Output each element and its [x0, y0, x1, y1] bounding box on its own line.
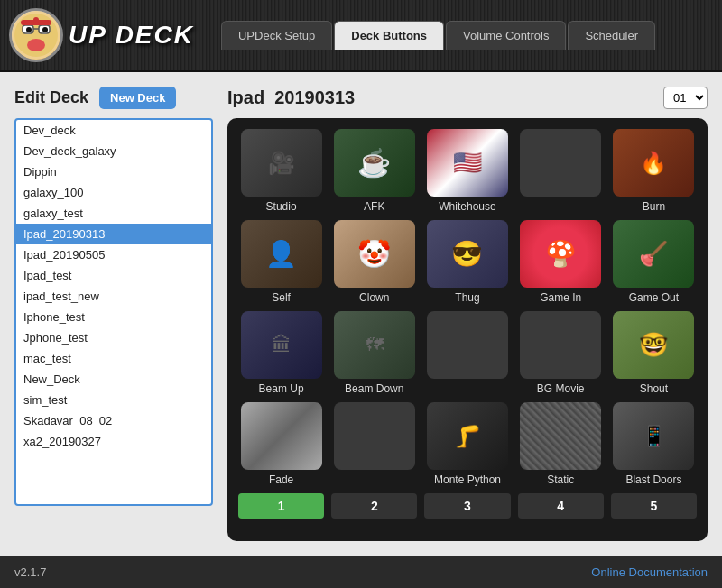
deck-cell-gameout[interactable]: 🪠Game Out: [611, 220, 697, 304]
right-panel: Ipad_20190313 01 02 03 🎥Studio☕AFK🇺🇸Whit…: [227, 87, 708, 541]
deck-cell-label-gameout: Game Out: [629, 291, 679, 304]
deck-cell-label-montepython: Monte Python: [434, 473, 501, 486]
deck-cell-empty2[interactable]: [424, 311, 510, 395]
nav-tabs: UPDeck Setup Deck Buttons Volume Control…: [221, 21, 655, 50]
deck-cell-label-afk: AFK: [364, 200, 384, 213]
deck-list-item[interactable]: sim_test: [16, 390, 211, 410]
deck-cell-label-whitehouse: Whitehouse: [439, 200, 495, 213]
header: UP DECK UPDeck Setup Deck Buttons Volume…: [0, 0, 722, 72]
deck-grid-container: 🎥Studio☕AFK🇺🇸Whitehouse🔥Burn👤Self🤡Clown😎…: [227, 118, 708, 541]
page-tab-5[interactable]: 5: [611, 493, 697, 519]
deck-cell-image-bgmovie: [520, 311, 601, 379]
deck-cell-label-fade: Fade: [269, 473, 293, 486]
page-tab-2[interactable]: 2: [331, 493, 417, 519]
deck-cell-image-thug: 😎: [427, 220, 508, 288]
deck-cell-image-static: [520, 402, 601, 470]
edit-deck-header: Edit Deck New Deck: [14, 87, 213, 109]
deck-title: Ipad_20190313: [227, 87, 355, 108]
deck-cell-label-beamdown: Beam Down: [345, 382, 403, 395]
deck-cell-image-empty1: [520, 129, 601, 197]
svg-point-6: [42, 27, 48, 32]
deck-list-item[interactable]: ipad_test_new: [16, 286, 211, 307]
svg-point-11: [33, 17, 39, 23]
deck-list-item[interactable]: Iphone_test: [16, 307, 211, 327]
deck-cell-static[interactable]: Static: [518, 402, 604, 486]
deck-list-item[interactable]: Dippin: [16, 161, 211, 182]
deck-cell-label-clown: Clown: [359, 291, 389, 304]
page-tab-1[interactable]: 1: [238, 493, 324, 519]
deck-cell-image-fade: [241, 402, 322, 470]
deck-cell-clown[interactable]: 🤡Clown: [331, 220, 417, 304]
deck-cell-image-gameout: 🪠: [613, 220, 694, 288]
deck-cell-image-montepython: 🦵: [427, 402, 508, 470]
deck-cell-image-afk: ☕: [334, 129, 415, 197]
deck-cell-label-studio: Studio: [266, 200, 297, 213]
deck-cell-image-empty3: [334, 402, 415, 470]
deck-cell-thug[interactable]: 😎Thug: [424, 220, 510, 304]
tab-volume-controls[interactable]: Volume Controls: [446, 21, 566, 50]
deck-cell-image-beamup: 🏛: [241, 311, 322, 379]
deck-list-item[interactable]: galaxy_100: [16, 182, 211, 203]
deck-list-item[interactable]: Ipad_20190313: [16, 224, 211, 244]
deck-title-row: Ipad_20190313 01 02 03: [227, 87, 708, 109]
deck-cell-label-bgmovie: BG Movie: [537, 382, 585, 395]
deck-cell-beamup[interactable]: 🏛Beam Up: [238, 311, 324, 395]
tab-scheduler[interactable]: Scheduler: [568, 21, 655, 50]
deck-list-item[interactable]: Ipad_test: [16, 265, 211, 286]
version-label: v2.1.7: [14, 565, 46, 579]
app-title: UP DECK: [69, 21, 194, 50]
deck-cell-image-self: 👤: [241, 220, 322, 288]
deck-cell-image-shout: 🤓: [613, 311, 694, 379]
deck-list-item[interactable]: galaxy_test: [16, 203, 211, 224]
deck-cell-beamdown[interactable]: 🗺Beam Down: [331, 311, 417, 395]
deck-cell-image-studio: 🎥: [241, 129, 322, 197]
deck-cell-bgmovie[interactable]: BG Movie: [518, 311, 604, 395]
logo-area: UP DECK: [9, 8, 194, 62]
logo-icon: [9, 8, 63, 62]
footer: v2.1.7 Online Documentation: [0, 556, 722, 588]
page-selector[interactable]: 01 02 03: [663, 87, 708, 109]
deck-cell-burn[interactable]: 🔥Burn: [611, 129, 697, 213]
deck-cell-montepython[interactable]: 🦵Monte Python: [424, 402, 510, 486]
left-panel: Edit Deck New Deck Dev_deckDev_deck_gala…: [14, 87, 213, 541]
deck-cell-fade[interactable]: Fade: [238, 402, 324, 486]
online-documentation-link[interactable]: Online Documentation: [591, 565, 708, 579]
page-tab-4[interactable]: 4: [518, 493, 604, 519]
deck-list-item[interactable]: xa2_20190327: [16, 431, 211, 452]
deck-list-item[interactable]: New_Deck: [16, 369, 211, 390]
deck-cell-empty3[interactable]: [331, 402, 417, 486]
page-tabs: 12345: [238, 493, 697, 519]
new-deck-button[interactable]: New Deck: [99, 87, 176, 109]
deck-list-item[interactable]: Dev_deck_galaxy: [16, 141, 211, 161]
tab-deck-buttons[interactable]: Deck Buttons: [334, 21, 444, 50]
deck-list-item[interactable]: mac_test: [16, 348, 211, 369]
deck-grid: 🎥Studio☕AFK🇺🇸Whitehouse🔥Burn👤Self🤡Clown😎…: [238, 129, 697, 486]
deck-cell-image-empty2: [427, 311, 508, 379]
deck-cell-gamein[interactable]: 🍄Game In: [518, 220, 604, 304]
deck-cell-self[interactable]: 👤Self: [238, 220, 324, 304]
main-content: Edit Deck New Deck Dev_deckDev_deck_gala…: [0, 72, 722, 556]
svg-point-2: [27, 39, 45, 51]
page-tab-3[interactable]: 3: [424, 493, 510, 519]
deck-cell-label-blastdoors: Blast Doors: [625, 473, 681, 486]
deck-cell-label-shout: Shout: [640, 382, 668, 395]
deck-cell-label-beamup: Beam Up: [259, 382, 304, 395]
deck-cell-afk[interactable]: ☕AFK: [331, 129, 417, 213]
deck-list-item[interactable]: Skadavar_08_02: [16, 410, 211, 431]
deck-cell-image-clown: 🤡: [334, 220, 415, 288]
deck-list-item[interactable]: Dev_deck: [16, 120, 211, 141]
deck-cell-image-beamdown: 🗺: [334, 311, 415, 379]
deck-cell-image-whitehouse: 🇺🇸: [427, 129, 508, 197]
deck-cell-empty1[interactable]: [518, 129, 604, 213]
deck-list-item[interactable]: Ipad_20190505: [16, 244, 211, 265]
deck-cell-studio[interactable]: 🎥Studio: [238, 129, 324, 213]
deck-cell-shout[interactable]: 🤓Shout: [611, 311, 697, 395]
deck-cell-blastdoors[interactable]: 📱Blast Doors: [611, 402, 697, 486]
tab-updeck-setup[interactable]: UPDeck Setup: [221, 21, 332, 50]
deck-list-item[interactable]: Jphone_test: [16, 327, 211, 348]
deck-cell-label-thug: Thug: [455, 291, 479, 304]
deck-cell-label-burn: Burn: [643, 200, 665, 213]
deck-cell-label-self: Self: [272, 291, 291, 304]
deck-list: Dev_deckDev_deck_galaxyDippingalaxy_100g…: [14, 118, 213, 506]
deck-cell-whitehouse[interactable]: 🇺🇸Whitehouse: [424, 129, 510, 213]
